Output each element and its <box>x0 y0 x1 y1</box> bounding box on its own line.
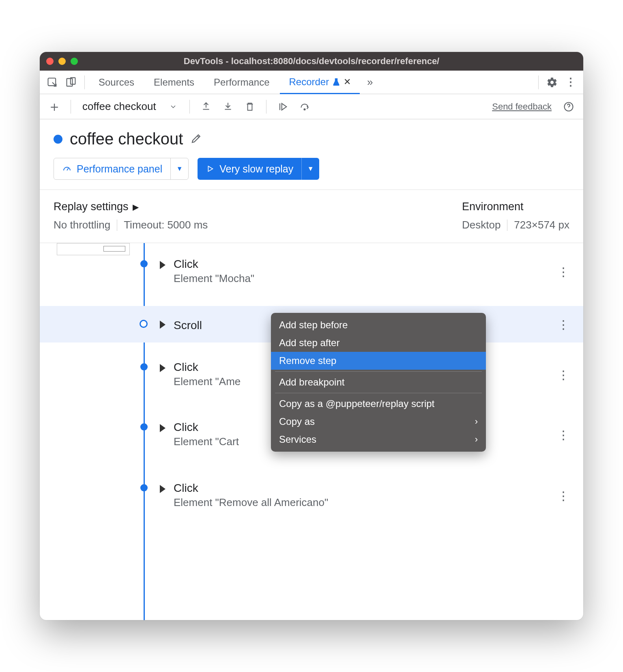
step-play-icon[interactable] <box>274 98 292 116</box>
step-over-icon[interactable] <box>296 98 314 116</box>
tab-recorder[interactable]: Recorder ✕ <box>280 71 360 94</box>
step-menu-icon[interactable]: ⋮ <box>557 488 569 502</box>
close-tab-icon[interactable]: ✕ <box>344 77 351 87</box>
menu-add-step-after[interactable]: Add step after <box>271 334 486 352</box>
svg-point-3 <box>304 108 305 110</box>
context-menu: Add step before Add step after Remove st… <box>271 313 486 452</box>
separator <box>507 220 507 231</box>
more-menu-icon[interactable]: ⋮ <box>562 74 579 91</box>
step-menu-icon[interactable]: ⋮ <box>557 367 569 381</box>
expand-step-icon[interactable] <box>160 424 165 432</box>
device-value: Desktop <box>462 219 501 231</box>
separator <box>117 220 117 231</box>
step-title: Click <box>174 482 583 495</box>
settings-gear-icon[interactable] <box>544 74 561 91</box>
tab-label: Recorder <box>289 76 329 88</box>
separator <box>538 75 539 89</box>
replay-button[interactable]: Very slow replay ▼ <box>198 158 319 180</box>
minimize-window-button[interactable] <box>58 58 66 65</box>
timeline-dot <box>140 320 148 328</box>
step-subtitle: Element "Mocha" <box>174 272 583 285</box>
chevron-right-icon: › <box>475 416 478 427</box>
recording-name-selector[interactable]: coffee checkout <box>78 100 160 113</box>
step-subtitle: Element "Remove all Americano" <box>174 496 583 509</box>
gauge-icon <box>62 164 72 174</box>
separator <box>189 100 190 114</box>
menu-add-step-before[interactable]: Add step before <box>271 316 486 334</box>
svg-rect-1 <box>67 78 73 86</box>
inspect-element-icon[interactable] <box>44 74 61 91</box>
performance-panel-label: Performance panel <box>77 163 162 175</box>
replay-settings-row: Replay settings ▶ No throttling Timeout:… <box>40 190 583 243</box>
timeline-dot <box>140 484 148 491</box>
help-icon[interactable] <box>560 98 578 116</box>
step-menu-icon[interactable]: ⋮ <box>557 427 569 442</box>
step-click-remove-americano[interactable]: Click Element "Remove all Americano" ⋮ <box>40 474 583 516</box>
step-menu-icon[interactable]: ⋮ <box>557 317 569 332</box>
tab-label: Sources <box>99 77 134 88</box>
recording-status-dot <box>54 135 62 144</box>
timeout-value: Timeout: 5000 ms <box>124 219 208 231</box>
export-icon[interactable] <box>197 98 215 116</box>
replay-settings-label: Replay settings <box>54 200 129 213</box>
expand-step-icon[interactable] <box>160 261 165 269</box>
expand-step-icon[interactable] <box>160 485 165 493</box>
add-recording-icon[interactable]: ＋ <box>45 98 63 116</box>
performance-panel-button[interactable]: Performance panel ▼ <box>54 158 189 180</box>
timeline: Click Element "Mocha" ⋮ Scroll ⋮ Click E… <box>40 243 583 620</box>
timeline-dot <box>140 260 148 267</box>
tab-sources[interactable]: Sources <box>90 71 143 94</box>
recorder-toolbar: ＋ coffee checkout Send feedback <box>40 94 583 119</box>
flask-icon <box>332 78 340 86</box>
close-window-button[interactable] <box>46 58 54 65</box>
window-title: DevTools - localhost:8080/docs/devtools/… <box>40 56 583 67</box>
menu-copy-puppeteer[interactable]: Copy as a @puppeteer/replay script <box>271 395 486 413</box>
expand-step-icon[interactable] <box>160 321 165 329</box>
devtools-window: DevTools - localhost:8080/docs/devtools/… <box>40 52 583 620</box>
replay-settings-toggle[interactable]: Replay settings ▶ <box>54 200 208 213</box>
environment-label: Environment <box>462 200 569 213</box>
menu-services[interactable]: Services› <box>271 431 486 448</box>
tab-performance[interactable]: Performance <box>205 71 278 94</box>
step-click-mocha[interactable]: Click Element "Mocha" ⋮ <box>40 250 583 292</box>
step-menu-icon[interactable]: ⋮ <box>557 264 569 278</box>
delete-icon[interactable] <box>241 98 259 116</box>
tab-label: Performance <box>214 77 269 88</box>
chevron-right-icon: ▶ <box>133 202 139 212</box>
menu-separator <box>275 393 482 393</box>
send-feedback-link[interactable]: Send feedback <box>492 101 552 112</box>
edit-title-icon[interactable] <box>190 132 202 146</box>
timeline-dot <box>140 423 148 431</box>
expand-step-icon[interactable] <box>160 364 165 372</box>
tab-elements[interactable]: Elements <box>145 71 203 94</box>
import-icon[interactable] <box>219 98 237 116</box>
menu-copy-as[interactable]: Copy as› <box>271 413 486 431</box>
throttling-value: No throttling <box>54 219 110 231</box>
titlebar: DevTools - localhost:8080/docs/devtools/… <box>40 52 583 71</box>
menu-separator <box>275 371 482 372</box>
maximize-window-button[interactable] <box>71 58 78 65</box>
replay-label: Very slow replay <box>219 163 293 175</box>
window-controls <box>46 58 78 65</box>
tab-strip: Sources Elements Performance Recorder ✕ … <box>40 71 583 94</box>
step-title: Click <box>174 258 583 271</box>
chevron-down-icon[interactable] <box>164 98 182 116</box>
separator <box>266 100 266 114</box>
more-tabs-icon[interactable]: » <box>361 74 378 91</box>
replay-dropdown[interactable]: ▼ <box>301 158 319 180</box>
performance-panel-dropdown[interactable]: ▼ <box>170 158 188 179</box>
separator <box>71 100 71 114</box>
chevron-right-icon: › <box>475 434 478 445</box>
device-toggle-icon[interactable] <box>62 74 79 91</box>
separator <box>84 75 85 89</box>
recording-title: coffee checkout <box>70 130 183 148</box>
menu-add-breakpoint[interactable]: Add breakpoint <box>271 373 486 391</box>
tab-label: Elements <box>154 77 194 88</box>
play-icon <box>206 164 215 173</box>
menu-remove-step[interactable]: Remove step <box>271 352 486 370</box>
dimensions-value: 723×574 px <box>514 219 569 231</box>
recording-header: coffee checkout Performance panel ▼ Very… <box>40 119 583 190</box>
timeline-dot <box>140 363 148 370</box>
